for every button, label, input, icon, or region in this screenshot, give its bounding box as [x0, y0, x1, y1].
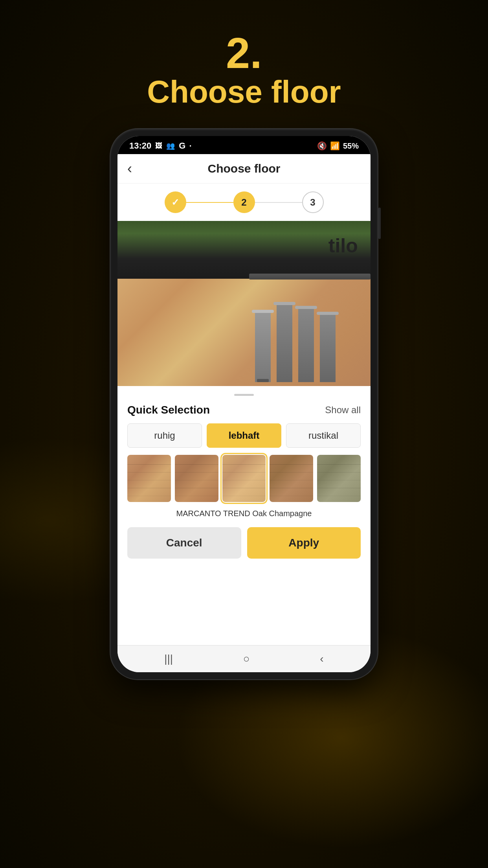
status-left: 13:20 🖼 👥 G •	[129, 141, 191, 151]
g-icon: G	[179, 141, 185, 151]
selected-floor-name: MARCANTO TREND Oak Champagne	[127, 509, 361, 518]
dot-icon: •	[189, 143, 191, 149]
brand-text: tilo	[328, 234, 358, 257]
filter-ruhig[interactable]: ruhig	[127, 423, 202, 448]
filter-tabs: ruhig lebhaft rustikal	[127, 423, 361, 448]
quick-selection-panel: Quick Selection Show all ruhig lebhaft r…	[117, 386, 371, 645]
filter-lebhaft[interactable]: lebhaft	[207, 423, 281, 448]
step-2-circle: 2	[233, 191, 255, 213]
status-right: 🔇 📶 55%	[317, 141, 359, 151]
app-title: Choose floor	[208, 162, 281, 175]
quick-selection-header: Quick Selection Show all	[127, 404, 361, 416]
filter-rustikal[interactable]: rustikal	[286, 423, 361, 448]
step-1-check-icon	[171, 197, 179, 208]
app-header: ‹ Choose floor	[117, 154, 371, 184]
drag-handle-container	[127, 394, 361, 396]
step-line-1-2	[186, 202, 233, 203]
nav-back-icon[interactable]: ‹	[320, 653, 323, 665]
photo-icon: 🖼	[155, 142, 162, 150]
quick-selection-title: Quick Selection	[127, 404, 210, 416]
apply-button[interactable]: Apply	[247, 527, 361, 559]
nav-home-icon[interactable]: ○	[243, 653, 250, 665]
table-top	[249, 274, 371, 280]
floor-tile-2[interactable]	[175, 455, 218, 502]
phone-screen: 13:20 🖼 👥 G • 🔇 📶 55% ‹ Choose floor 2	[117, 136, 371, 672]
battery-display: 55%	[343, 142, 359, 151]
back-button[interactable]: ‹	[127, 160, 132, 177]
floor-tiles-grid	[127, 455, 361, 502]
drag-handle	[234, 394, 254, 396]
stool-2	[277, 303, 292, 382]
phone-frame: 13:20 🖼 👥 G • 🔇 📶 55% ‹ Choose floor 2	[110, 129, 378, 679]
step-1-circle	[165, 191, 186, 213]
mute-icon: 🔇	[317, 141, 327, 151]
progress-bar: 2 3	[117, 184, 371, 221]
page-header: 2. Choose floor	[147, 31, 341, 109]
step-line-2-3	[255, 202, 302, 203]
action-buttons: Cancel Apply	[127, 525, 361, 561]
show-all-link[interactable]: Show all	[325, 405, 361, 416]
floor-tile-1[interactable]	[127, 455, 171, 502]
stool-1	[255, 311, 271, 382]
floor-tile-3[interactable]	[222, 455, 266, 502]
cancel-button[interactable]: Cancel	[127, 527, 241, 559]
room-image: tilo	[117, 221, 371, 386]
step-number: 2.	[147, 31, 341, 75]
step-3-circle: 3	[302, 191, 324, 213]
bar-stools-area	[249, 274, 371, 386]
wifi-icon: 📶	[330, 141, 340, 151]
stool-3	[298, 307, 314, 382]
time-display: 13:20	[129, 141, 151, 151]
nav-bar: ||| ○ ‹	[117, 645, 371, 672]
step-label: Choose floor	[147, 75, 341, 109]
notch	[220, 136, 268, 148]
floor-tile-4[interactable]	[270, 455, 313, 502]
people-icon: 👥	[166, 142, 175, 150]
stool-4	[320, 313, 336, 382]
floor-tile-5[interactable]	[317, 455, 361, 502]
nav-menu-icon[interactable]: |||	[164, 653, 173, 665]
